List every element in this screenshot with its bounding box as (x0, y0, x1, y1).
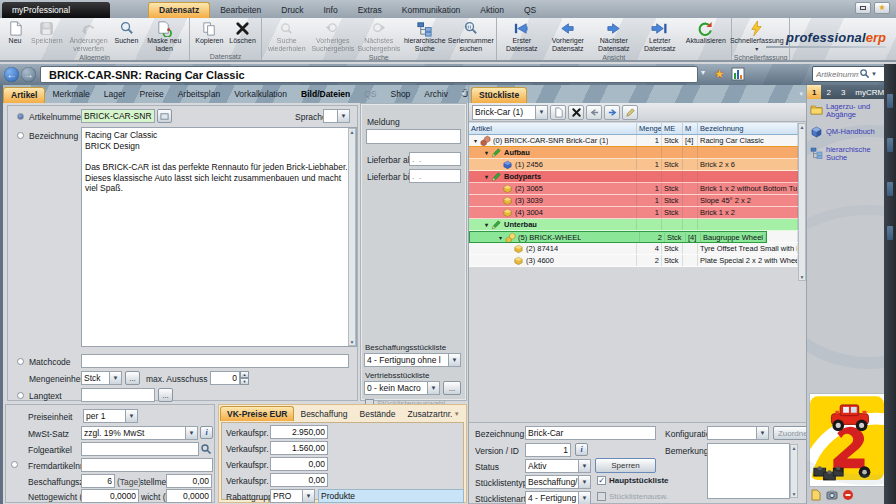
tab-vorkalkulation[interactable]: Vorkalkulation (227, 87, 294, 103)
bom-edit-button[interactable] (622, 105, 638, 120)
bom-row-7[interactable]: ▾Unterbau (469, 219, 798, 231)
vertriebsstueckliste-select[interactable]: 0 - kein Macro▼ (364, 381, 440, 395)
bom-row-10[interactable]: ▾(2) 874144StckTyre Offset Tread Small w… (469, 243, 798, 255)
ribbon-button-aktualisieren[interactable]: Aktualisieren (683, 19, 729, 46)
sidebar-link-lagerzu-und-abgänge[interactable]: Lagerzu- und Abgänge (810, 103, 884, 119)
favorites-button[interactable]: ★ (874, 2, 890, 14)
expander-icon[interactable]: ▾ (482, 221, 491, 228)
sperren-button[interactable]: Sperren (595, 458, 656, 473)
bom-row-3[interactable]: ▾Bodyparts (469, 171, 798, 183)
hauptstueckliste-checkbox[interactable]: ✓ (597, 476, 606, 485)
bom-scrollbar[interactable]: ▲▼ (798, 123, 806, 281)
bom-status-select[interactable]: Aktiv▼ (525, 459, 591, 473)
mwst-info-button[interactable]: i (200, 426, 213, 439)
sidebar-tab-3[interactable]: 3 (836, 85, 850, 99)
bemerkung-scrollbar[interactable]: ▲▼ (790, 444, 798, 498)
vertriebsstueckliste-more-button[interactable]: ... (443, 381, 461, 395)
camera-icon[interactable] (826, 489, 838, 503)
langtext-input[interactable] (81, 388, 155, 402)
sidebar-link-hierarchische-suche[interactable]: hierarchische Suche (810, 146, 884, 162)
meldung-input[interactable] (366, 129, 461, 144)
verkaufspr1-input[interactable] (270, 425, 328, 439)
bom-delete-button[interactable] (568, 105, 584, 120)
dock-strip[interactable] (884, 64, 896, 504)
tab-preise[interactable]: Preise (133, 87, 171, 103)
bom-move-left-button[interactable] (586, 105, 602, 120)
sidebar-tab-1[interactable]: 1 (807, 85, 821, 99)
nettogewicht-input[interactable] (81, 489, 139, 503)
ribbon-button-seriennummer-suchen[interactable]: Seriennummer suchen (448, 19, 494, 54)
ribbon-tab-extras[interactable]: Extras (348, 3, 392, 18)
langtext-more-button[interactable]: ... (158, 388, 173, 402)
ribbon-tab-info[interactable]: Info (313, 3, 347, 18)
expander-icon[interactable]: ▾ (482, 149, 491, 156)
mwst-select[interactable]: zzgl. 19% MwSt▼ (81, 426, 198, 440)
sidebar-tab-2[interactable]: 2 (821, 85, 835, 99)
back-button[interactable]: ← (4, 67, 19, 82)
minimize-ribbon-button[interactable] (855, 2, 871, 14)
bom-move-right-button[interactable] (604, 105, 620, 120)
statistics-icon[interactable] (731, 67, 745, 83)
tab-bild-dateien[interactable]: Bild/Dateien (294, 87, 357, 103)
bom-table-header[interactable]: ArtikelMengeMEMBezeichnung (469, 123, 798, 135)
lieferbar-ab-input[interactable] (409, 152, 461, 166)
folgeartikel-search-icon[interactable] (200, 443, 212, 457)
quicksearch-input[interactable] (813, 70, 859, 79)
search-icon[interactable] (859, 68, 870, 81)
ribbon-button-nächster-datensatz[interactable]: Nächster Datensatz (591, 19, 637, 54)
tab-archiv[interactable]: Archiv (417, 87, 455, 103)
bestellmenge-input[interactable] (166, 474, 212, 488)
ribbon-tab-bearbeiten[interactable]: Bearbeiten (210, 3, 271, 18)
expander-icon[interactable]: ▾ (482, 173, 491, 180)
bom-row-5[interactable]: ▾(3) 30391StckSlope 45° 2 x 2 (469, 195, 798, 207)
folgeartikel-input[interactable] (81, 442, 199, 456)
tab-stueckliste[interactable]: Stückliste (471, 87, 527, 103)
rabattgruppe-select[interactable]: PRO▼ (270, 489, 315, 503)
ribbon-tab-druck[interactable]: Druck (271, 3, 313, 18)
ribbon-button-löschen[interactable]: Löschen (226, 19, 258, 46)
ribbon-button-hierarchische-suche[interactable]: hierarchische Suche (402, 19, 448, 54)
bom-art-select[interactable]: 4 - Fertigung ohn▼ (525, 491, 591, 504)
bom-column-m[interactable]: M (683, 123, 698, 134)
quicksearch-dropdown-icon[interactable]: ▼ (870, 71, 877, 77)
sidebar-link-qm-handbuch[interactable]: QM-Handbuch (810, 125, 884, 140)
artikelnummer-input[interactable] (81, 109, 155, 123)
bom-row-1[interactable]: ▾Aufbau (469, 147, 798, 159)
bom-version-info-button[interactable]: i (575, 443, 588, 456)
pricing-tab-vk-preise-eur[interactable]: VK-Preise EUR (220, 406, 294, 421)
mengeneinheit-more-button[interactable]: ... (125, 371, 140, 385)
bom-version-input[interactable] (525, 443, 571, 457)
bom-version-select[interactable]: Brick-Car (1)▼ (472, 105, 548, 120)
bom-row-2[interactable]: ▾(1) 24561StckBrick 2 x 6 (469, 159, 798, 171)
fremdartikelnr-input[interactable] (81, 458, 213, 472)
sidebar-tab-mycrm[interactable]: myCRM (850, 85, 884, 99)
artikelnummer-lookup-button[interactable] (157, 109, 172, 123)
konfiguration-select[interactable]: ▼ (707, 426, 769, 440)
beschaffungszeit-input[interactable] (81, 474, 115, 488)
ribbon-button-kopieren[interactable]: Kopieren (192, 19, 226, 46)
ribbon-button-neu[interactable]: Neu (2, 19, 28, 46)
ribbon-tab-qs[interactable]: QS (514, 3, 546, 18)
pricing-tab-bestände[interactable]: Bestände (354, 407, 402, 421)
tab-shop[interactable]: Shop (383, 87, 417, 103)
preiseinheit-select[interactable]: per 1▼ (83, 409, 138, 423)
tab-merkmale[interactable]: Merkmale (45, 87, 96, 103)
pricing-tab-zusatzartnr[interactable]: Zusatzartnr. (402, 407, 459, 421)
bezeichnung-scrollbar[interactable]: ▲▼ (348, 128, 356, 346)
tab-overflow-icon[interactable]: ▾ (461, 90, 465, 98)
bom-tab-overflow-icon[interactable]: ▾ (799, 90, 803, 98)
zuordnen-button[interactable]: Zuordnen (773, 426, 806, 440)
mengeneinheit-select[interactable]: Stck▼ (81, 371, 122, 385)
ribbon-tab-kommunikation[interactable]: Kommunikation (392, 3, 471, 18)
pricing-tab-overflow-icon[interactable]: ▾ (455, 410, 459, 418)
bom-bezeichnung-input[interactable] (525, 426, 656, 440)
ribbon-tab-aktion[interactable]: Aktion (470, 3, 514, 18)
sprache-select[interactable]: ▼ (323, 109, 350, 123)
pricing-tab-beschaffung[interactable]: Beschaffung (294, 407, 353, 421)
ribbon-tab-datensatz[interactable]: Datensatz (148, 2, 210, 18)
ribbon-button-suchen[interactable]: Suchen (112, 19, 142, 46)
tab-artikel[interactable]: Artikel (3, 87, 45, 103)
bom-typ-select[interactable]: Beschaffung/Fer▼ (525, 475, 591, 489)
bom-stuecklistenausw-checkbox[interactable] (597, 492, 606, 501)
ribbon-button-maske-neu-laden[interactable]: Maske neu laden (141, 19, 187, 54)
